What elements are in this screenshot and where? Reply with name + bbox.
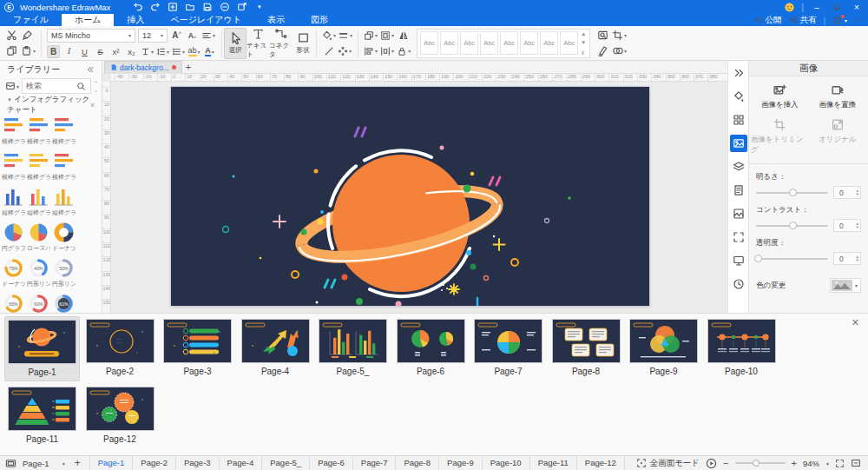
slider-thumb[interactable] [789, 222, 797, 229]
canvas-viewport[interactable] [111, 82, 727, 313]
library-shape-hbar-4[interactable]: 横棒グラ... [26, 150, 51, 182]
library-shape-ring-12[interactable]: 75% ドーナツ図 1 [1, 257, 26, 288]
rail-layers-button[interactable] [730, 158, 747, 175]
library-shape-hbar-1[interactable]: 横棒グラ... [26, 115, 51, 146]
tool-connector[interactable]: コネクタ [269, 28, 292, 59]
library-shape-ring-13[interactable]: 40% 円形リング... [26, 257, 51, 288]
strikethrough-button[interactable]: S [94, 45, 107, 58]
menu-tab-3[interactable]: ページレイアウト [157, 14, 254, 26]
style-swatch-0[interactable]: Abc [420, 31, 438, 55]
new-document-button[interactable] [167, 2, 178, 13]
library-shape-ring-17[interactable]: 61% 円形リング... [51, 293, 76, 313]
rail-expand-panel-button[interactable] [730, 64, 747, 82]
img-insert-button[interactable]: 画像を挿入 [751, 83, 809, 110]
library-shape-vbar-8[interactable]: 縦棒グラ... [51, 186, 76, 217]
italic-button[interactable]: I [62, 45, 76, 58]
paste-button[interactable]: ▾ [21, 44, 36, 57]
open-file-button[interactable] [184, 2, 195, 13]
img-replace-button[interactable]: 画像を置換 [809, 83, 867, 110]
text-align-button[interactable]: ▾ [201, 29, 215, 42]
align-objects-button[interactable]: ▾ [364, 44, 378, 57]
style-swatch-5[interactable]: Abc [520, 31, 538, 55]
slider-thumb[interactable] [789, 189, 797, 196]
library-section-header[interactable]: ▼ インフォグラフィックチャート [7, 95, 90, 116]
save-button[interactable] [201, 2, 213, 13]
page-thumbnail-Page-3[interactable]: Page-3 [160, 316, 235, 381]
style-swatch-1[interactable]: Abc [440, 31, 458, 55]
bold-button[interactable]: B [47, 45, 60, 58]
bring-forward-button[interactable]: ▾ [364, 29, 378, 42]
status-page-tab-Page-1[interactable]: Page-1 [90, 456, 134, 470]
style-swatch-7[interactable]: Abc [560, 31, 578, 55]
library-shape-vbar-6[interactable]: 縦棒グラ... [1, 186, 26, 217]
page-selector-dropdown[interactable]: Page-1▾ [21, 459, 67, 468]
slider-value-spinner[interactable]: 0▲▼ [833, 186, 861, 199]
reward-icon[interactable] [784, 2, 795, 13]
page-thumbnail-Page-11[interactable]: Page-11 [4, 384, 80, 447]
minimize-button[interactable]: – [810, 3, 824, 12]
tool-shape[interactable]: 形状 [292, 28, 314, 59]
canvas-page-planet-illustration[interactable] [171, 87, 649, 306]
library-shape-ring-15[interactable]: 65% 円形リング... [1, 293, 26, 313]
rail-image-properties-button[interactable] [730, 135, 747, 152]
tool-cursor[interactable]: 選択 [224, 28, 247, 59]
rail-pan-zoom-button[interactable] [730, 228, 747, 246]
scroll-down-button[interactable]: ⌄ [94, 87, 98, 93]
library-shape-pie-10[interactable]: ローズパイ [26, 222, 51, 253]
status-page-tab-Page-7[interactable]: Page-7 [353, 456, 397, 470]
page-thumbnail-Page-5_[interactable]: Page-5_ [315, 316, 391, 381]
style-swatch-6[interactable]: Abc [540, 31, 558, 55]
cut-button[interactable] [5, 29, 18, 42]
group-button[interactable]: ▾ [380, 29, 394, 42]
zoom-out-button[interactable]: − [723, 458, 728, 468]
img-orig-button[interactable]: オリジナル [809, 118, 867, 156]
format-painter-button[interactable] [21, 29, 34, 42]
zoom-in-button[interactable]: + [792, 458, 797, 468]
new-page-tab-button[interactable]: + [186, 62, 191, 72]
zoom-level-caret[interactable]: ▾ [826, 460, 829, 467]
rail-history-button[interactable] [730, 275, 747, 293]
fullscreen-icon[interactable] [835, 459, 845, 468]
slider-value-spinner[interactable]: 0▲▼ [833, 252, 861, 265]
gallery-down-button[interactable]: ▼ [581, 40, 586, 45]
img-crop-button[interactable]: 画像をトリミング [751, 118, 809, 156]
menu-tab-4[interactable]: 表示 [254, 14, 298, 26]
search-icon[interactable] [76, 82, 86, 91]
library-shape-hbar-0[interactable]: 横棒グラ... [1, 115, 26, 146]
status-page-tab-Page-4[interactable]: Page-4 [220, 456, 263, 470]
library-shape-pie-9[interactable]: 円グラフ [1, 222, 26, 253]
combine-shapes-button[interactable]: ▾ [612, 44, 627, 57]
page-thumbnail-Page-4[interactable]: Page-4 [238, 316, 313, 381]
play-presentation-icon[interactable] [706, 458, 717, 469]
status-page-tab-Page-8[interactable]: Page-8 [396, 456, 439, 470]
status-page-tab-Page-9[interactable]: Page-9 [439, 456, 483, 470]
font-color-button[interactable]: A▾ [203, 45, 216, 58]
page-thumbnail-Page-6[interactable]: Page-6 [393, 316, 469, 381]
increase-font-button[interactable]: A˄ [170, 29, 183, 42]
library-shape-vbar-7[interactable]: 縦棒グラ... [26, 186, 51, 217]
preview-style-button[interactable] [596, 29, 609, 42]
page-thumbnail-Page-8[interactable]: Page-8 [549, 316, 624, 381]
fill-color-button[interactable]: ▾ [322, 29, 336, 42]
style-swatch-2[interactable]: Abc [460, 31, 478, 55]
menu-tab-0[interactable]: ファイル [0, 14, 62, 26]
rail-picture-library-button[interactable] [730, 205, 747, 222]
library-shape-ring-14[interactable]: 50% 円形リング... [51, 257, 76, 288]
status-page-tab-Page-3[interactable]: Page-3 [176, 456, 220, 470]
add-page-button[interactable]: + [71, 457, 84, 469]
restore-button[interactable] [830, 3, 844, 11]
status-page-tab-Page-10[interactable]: Page-10 [483, 456, 530, 470]
page-panel-toggle-icon[interactable] [5, 458, 16, 469]
line-spacing-button[interactable]: ▾ [156, 45, 169, 58]
status-page-tab-Page-11[interactable]: Page-11 [530, 456, 577, 470]
share-button[interactable]: 共有 [789, 15, 817, 26]
customize-toolbar-button[interactable]: ▾ [253, 2, 265, 13]
redo-button[interactable] [149, 2, 161, 13]
publish-button[interactable]: 公開 [754, 15, 782, 26]
page-thumbnail-Page-12[interactable]: Page-12 [82, 384, 158, 447]
status-page-tab-Page-6[interactable]: Page-6 [310, 456, 353, 470]
page-thumbnail-Page-2[interactable]: —————— Page-2 [82, 316, 158, 381]
slider-track[interactable] [756, 225, 828, 227]
effects-button[interactable]: ▾ [338, 44, 352, 57]
style-swatch-4[interactable]: Abc [500, 31, 518, 55]
